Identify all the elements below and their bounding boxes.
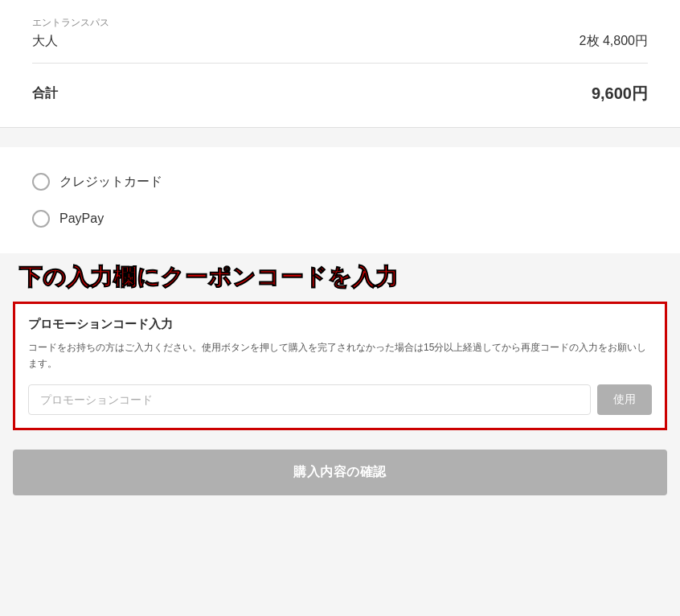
payment-option-paypay[interactable]: PayPay	[32, 200, 648, 237]
promo-title: プロモーションコード入力	[28, 317, 652, 332]
page-container: エントランスパス 大人 2枚 4,800円 合計 9,600円 クレジットカード…	[0, 0, 680, 616]
ticket-quantity-price: 2枚 4,800円	[580, 33, 648, 50]
promo-code-input[interactable]	[28, 384, 591, 415]
radio-paypay[interactable]	[32, 210, 50, 228]
paypay-label: PayPay	[59, 211, 104, 226]
section-gap	[0, 128, 680, 147]
confirm-purchase-button[interactable]: 購入内容の確認	[13, 450, 667, 495]
total-row: 合計 9,600円	[32, 76, 648, 111]
use-promo-button[interactable]: 使用	[597, 384, 652, 415]
ticket-row: エントランスパス 大人 2枚 4,800円	[32, 16, 648, 50]
ticket-detail: 大人 2枚 4,800円	[32, 33, 648, 50]
annotation-section: 下の入力欄にクーポンコードを入力	[0, 253, 680, 302]
radio-credit-card[interactable]	[32, 173, 50, 191]
confirm-button-section: 購入内容の確認	[0, 450, 680, 515]
payment-section: クレジットカード PayPay	[0, 147, 680, 253]
promo-description: コードをお持ちの方はご入力ください。使用ボタンを押して購入を完了されなかった場合…	[28, 340, 652, 371]
ticket-category: エントランスパス	[32, 16, 648, 30]
annotation-text: 下の入力欄にクーポンコードを入力	[13, 260, 667, 295]
promo-section: プロモーションコード入力 コードをお持ちの方はご入力ください。使用ボタンを押して…	[13, 302, 667, 429]
total-price: 9,600円	[592, 83, 648, 105]
credit-card-label: クレジットカード	[59, 174, 162, 191]
payment-option-credit[interactable]: クレジットカード	[32, 163, 648, 200]
summary-divider	[32, 63, 648, 64]
ticket-name: 大人	[32, 33, 58, 50]
promo-input-row: 使用	[28, 384, 652, 415]
total-label: 合計	[32, 85, 58, 102]
order-summary: エントランスパス 大人 2枚 4,800円 合計 9,600円	[0, 0, 680, 128]
